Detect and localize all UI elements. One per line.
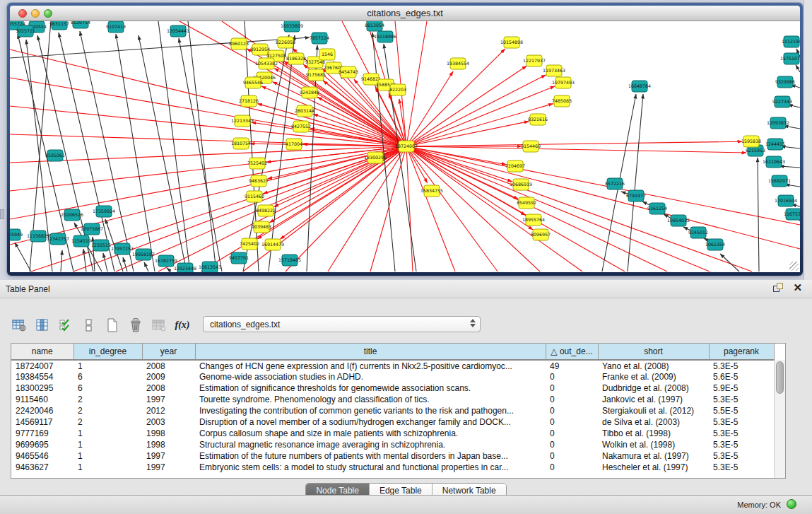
cell-in_degree[interactable]: 6 [73,371,142,382]
graph-node[interactable]: 8549592 [517,197,536,209]
graph-node[interactable]: 12342757 [47,233,69,245]
table-row[interactable]: 1872400712008Changes of HCN gene express… [11,360,774,371]
cell-pagerank[interactable]: 5.3E-5 [709,439,774,450]
cell-year[interactable]: 1997 [142,394,195,405]
graph-node[interactable]: 7204697 [505,160,525,172]
cell-name[interactable]: 9465546 [11,450,73,462]
graph-node[interactable]: 10613543 [199,262,221,272]
graph-node[interactable]: 12923448 [174,263,196,272]
graph-node[interactable]: 417004 [286,139,302,150]
graph-node[interactable]: 16033809 [281,21,303,32]
cell-pagerank[interactable]: 5.9E-5 [709,382,774,394]
cell-in_degree[interactable]: 2 [73,394,142,405]
graph-node[interactable]: 2803144 [295,105,314,117]
graph-node[interactable]: 9242848 [300,87,319,98]
cell-name[interactable]: 18300295 [11,382,73,394]
cell-name[interactable]: 19384554 [11,371,73,382]
graph-node[interactable]: 9154469 [521,141,541,152]
table-row[interactable]: 911546021997Tourette syndrome. Phenomeno… [11,394,774,405]
cell-short[interactable]: Nakamura et al. (1997) [598,450,709,462]
cell-out_degree[interactable]: 0 [546,394,598,405]
graph-node[interactable]: 18955764 [522,214,545,226]
cell-year[interactable]: 1998 [142,428,195,439]
cell-title[interactable]: Investigating the contribution of common… [195,405,546,416]
graph-node[interactable]: 19384554 [447,58,469,69]
graph-node[interactable]: 8813054 [365,21,384,31]
cell-name[interactable]: 22420046 [11,405,73,416]
graph-node[interactable]: 9631157 [49,21,69,30]
graph-node[interactable]: 9245012 [688,227,708,238]
graph-node[interactable]: 15834755 [420,185,443,197]
network-canvas[interactable]: 2055724912055496311578120754305572191074… [10,21,800,272]
graph-node[interactable]: 17016504 [775,195,797,206]
left-panel-handle[interactable] [0,209,4,219]
cell-pagerank[interactable]: 5.3E-5 [709,428,774,439]
graph-node[interactable]: 16782759 [155,255,177,267]
graph-node[interactable]: 8321616 [528,114,548,125]
import-table-icon[interactable] [151,317,167,334]
graph-node[interactable]: 17957253 [111,243,134,255]
graph-node[interactable]: 12213343 [231,115,254,127]
cell-name[interactable]: 14569117 [11,416,73,428]
delete-table-icon[interactable] [127,317,144,334]
cell-out_degree[interactable]: 0 [546,405,598,416]
table-row[interactable]: 1456911722003Disruption of a novel membe… [11,416,774,428]
graph-node[interactable]: 12217937 [523,55,546,66]
cell-out_degree[interactable]: 0 [546,450,598,462]
table-row[interactable]: 1830029562008Estimation of significance … [11,382,774,394]
graph-node[interactable]: 822203 [389,84,406,95]
graph-node[interactable]: 8427552 [291,121,311,132]
column-header-pagerank[interactable]: pagerank [709,344,774,360]
cell-year[interactable]: 2008 [142,382,195,394]
cell-in_degree[interactable]: 1 [73,439,142,450]
cell-title[interactable]: Embryonic stem cells: a model to study s… [195,462,546,473]
row-height-icon[interactable] [81,317,98,334]
cell-name[interactable]: 9115460 [11,394,73,405]
graph-node[interactable]: 10975887 [81,223,103,235]
graph-node[interactable]: 17359924 [93,206,115,217]
graph-node[interactable]: 12054441 [167,25,189,37]
cell-short[interactable]: de Silva et al. (2003) [598,416,709,428]
table-row[interactable]: 977716911998Corpus callosum shape and si… [11,428,774,439]
graph-node[interactable]: 9039483 [252,221,271,233]
graph-node[interactable]: 15692971 [768,175,791,187]
cell-pagerank[interactable]: 5.5E-5 [709,405,774,416]
cell-in_degree[interactable]: 1 [73,462,142,473]
cell-pagerank[interactable]: 5.3E-5 [709,394,774,405]
graph-node[interactable]: 9361254 [647,203,667,214]
graph-node[interactable]: 1112194 [782,36,800,47]
graph-node[interactable]: 19797493 [552,77,575,88]
graph-node[interactable]: 3055721 [16,25,35,37]
graph-node[interactable]: 8572216 [605,178,625,189]
graph-node[interactable]: 15718485 [278,255,301,266]
column-header-short[interactable]: short [598,344,709,360]
graph-node[interactable]: 9115460 [245,191,264,202]
cell-name[interactable]: 9777169 [11,428,73,439]
cell-in_degree[interactable]: 1 [73,450,142,462]
graph-node[interactable]: 8096957 [531,229,551,240]
graph-node[interactable]: 1167533 [784,209,800,220]
table-row[interactable]: 1938455462009Genome-wide association stu… [11,371,774,382]
cell-out_degree[interactable]: 0 [546,371,598,382]
cell-out_degree[interactable]: 0 [546,416,598,428]
graph-node[interactable]: 10686919 [510,179,532,190]
cell-title[interactable]: Disruption of a novel member of a sodium… [195,416,546,428]
cell-title[interactable]: Changes of HCN gene expression and I(f) … [195,360,546,371]
scrollbar-thumb[interactable] [776,361,784,394]
graph-node[interactable]: 18300295 [364,152,387,163]
graph-node[interactable]: 16648784 [628,81,651,92]
cell-title[interactable]: Genome-wide association studies in ADHD. [195,371,546,382]
graph-node[interactable]: 12093832 [767,117,789,129]
cell-in_degree[interactable]: 1 [73,360,142,371]
cell-out_degree[interactable]: 0 [546,382,598,394]
graph-node[interactable]: 7485083 [552,95,572,107]
graph-node[interactable]: 6791977 [626,190,646,201]
cell-short[interactable]: Wolkin et al. (1998) [598,439,709,450]
cell-pagerank[interactable]: 5.3E-5 [709,360,774,371]
graph-node[interactable]: 16914479 [261,239,284,250]
graph-node[interactable]: 9465546 [243,77,263,88]
graph-node[interactable]: 10154898 [500,37,523,48]
graph-node[interactable]: 9463627 [249,175,269,187]
graph-node[interactable]: 1154519 [71,235,91,247]
cell-title[interactable]: Estimation of the future numbers of pati… [195,450,546,462]
